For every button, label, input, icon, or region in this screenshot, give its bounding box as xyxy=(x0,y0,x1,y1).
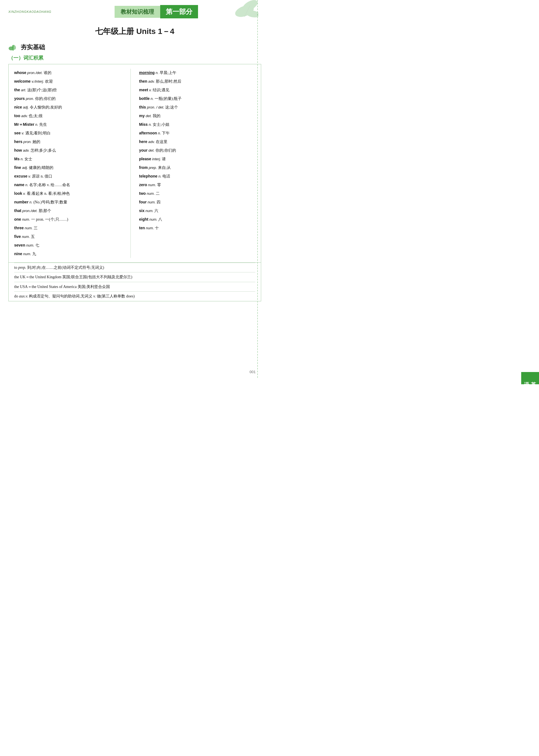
book-icon xyxy=(8,42,18,52)
header-center: 教材知识梳理 第一部分 xyxy=(51,5,261,18)
vocab-entry: name n. 名字;名称 v. 给……命名 xyxy=(14,181,130,189)
vocab-entry: nice adj. 令人愉快的;友好的 xyxy=(14,103,130,111)
vocab-entry: that pron./det. 那;那个 xyxy=(14,207,130,215)
vocab-entry: two num. 二 xyxy=(139,190,255,198)
vocab-entry: too adv. 也;太;很 xyxy=(14,112,130,120)
vocab-entry: how adv. 怎样;多少;多么 xyxy=(14,146,130,154)
vocab-entry: your det. 你的;你们的 xyxy=(139,146,255,154)
header-textbook-label: 教材知识梳理 xyxy=(115,6,160,18)
vocab-full-entry: do aux.v. 构成否定句、疑问句的助动词,无词义 v. 做(第三人称单数 … xyxy=(14,291,255,301)
header-left-text: XINZHONGKAODAOHANG xyxy=(8,10,51,13)
vocab-entry: Ms n. 女士 xyxy=(14,155,130,163)
vocab-entry: please interj. 请 xyxy=(139,155,255,163)
vocab-full: to prep. 到;对;向;在……之前(动词不定式符号;无词义)the UK＝… xyxy=(8,263,261,301)
svg-rect-6 xyxy=(13,45,14,51)
vocab-entry: from prep. 来自;从 xyxy=(139,164,255,172)
vocab-entry: afternoon n. 下午 xyxy=(139,129,255,137)
vocab-entry: then adv. 那么;那时;然后 xyxy=(139,77,255,85)
right-dashed-decoration xyxy=(257,0,258,378)
vocab-entry: meet v. 结识;遇见 xyxy=(139,86,255,94)
vocab-box: whose pron./det. 谁的welcome v./interj. 欢迎… xyxy=(8,64,261,263)
header: XINZHONGKAODAOHANG 教材知识梳理 第一部分 xyxy=(0,0,270,21)
vocab-entry: four num. 四 xyxy=(139,198,255,206)
main-title: 七年级上册 Units 1－4 xyxy=(0,26,270,37)
vocab-entry: zero num. 零 xyxy=(139,181,255,189)
vocab-entry: fine adj. 健康的;晴朗的 xyxy=(14,164,130,172)
vocab-entry: see v. 遇见;看到;明白 xyxy=(14,129,130,137)
vocab-entry: telephone n. 电话 xyxy=(139,172,255,180)
vocab-entry: seven num. 七 xyxy=(14,241,130,249)
vocab-entry: morning n. 早晨;上午 xyxy=(139,69,255,77)
vocab-entry: here adv. 在这里 xyxy=(139,138,255,146)
section-title: 夯实基础 xyxy=(21,43,45,51)
vocab-entry: yours pron. 你的;你们的 xyxy=(14,95,130,103)
vocab-entry: number n. (No.)号码;数字;数量 xyxy=(14,198,130,206)
vocab-entry: welcome v./interj. 欢迎 xyxy=(14,77,130,85)
header-part-label: 第一部分 xyxy=(160,5,198,18)
vocab-entry: bottle n. 一瓶(的量);瓶子 xyxy=(139,95,255,103)
vocab-entry: Miss n. 女士;小姐 xyxy=(139,121,255,128)
vocab-entry: whose pron./det. 谁的 xyxy=(14,69,130,77)
vocab-full-entry: the USA＝the United States of America 美国;… xyxy=(14,282,255,291)
section-header: 夯实基础 xyxy=(8,42,261,52)
page-number: 001 xyxy=(250,370,256,374)
vocab-entry: six num. 六 xyxy=(139,207,255,215)
subsection-title: （一）词汇积累 xyxy=(8,54,261,61)
vocab-entry: five num. 五 xyxy=(14,233,130,241)
vocab-entry: eight num. 八 xyxy=(139,215,255,223)
vocab-entry: the art. 这(那)个;这(那)些 xyxy=(14,86,130,94)
vocab-entry: excuse v. 原谅 n. 借口 xyxy=(14,172,130,180)
vocab-full-entry: the UK＝the United Kingdom 英国;联合王国(包括大不列颠… xyxy=(14,272,255,282)
vocab-entry: hers pron. 她的 xyxy=(14,138,130,146)
vocab-full-entry: to prep. 到;对;向;在……之前(动词不定式符号;无词义) xyxy=(14,263,255,272)
vocab-entry: this pron. / det. 这;这个 xyxy=(139,103,255,111)
vocab-col-left: whose pron./det. 谁的welcome v./interj. 欢迎… xyxy=(14,69,130,258)
vocab-entry: my det. 我的 xyxy=(139,112,255,120)
vocab-entry: three num. 三 xyxy=(14,224,130,232)
vocab-entry: nine num. 九 xyxy=(14,250,130,258)
vocab-entry: ten num. 十 xyxy=(139,224,255,232)
vocab-col-right: morning n. 早晨;上午then adv. 那么;那时;然后meet v… xyxy=(130,69,255,258)
vocab-entry: Mr＝Mister n. 先生 xyxy=(14,121,130,128)
vocab-entry: look v. 看;看起来 n. 看;长相;神色 xyxy=(14,190,130,198)
vocab-entry: one num. 一 pron. 一(个;只……) xyxy=(14,215,130,223)
